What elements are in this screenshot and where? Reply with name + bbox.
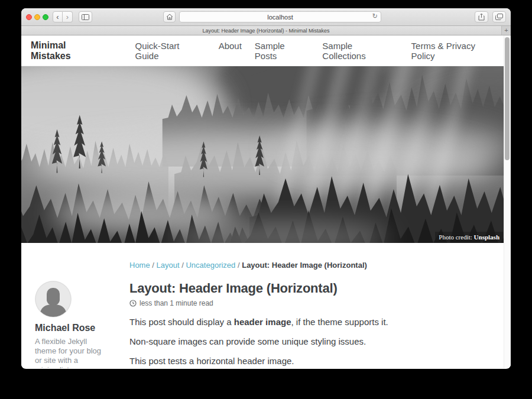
browser-toolbar: ‹ › localhost ↻: [21, 8, 511, 26]
site-nav: Quick-Start Guide About Sample Posts Sam…: [135, 41, 501, 61]
nav-sample-collections[interactable]: Sample Collections: [322, 41, 398, 61]
minimize-window-button[interactable]: [34, 14, 40, 20]
breadcrumb-current: Layout: Header Image (Horizontal): [242, 261, 367, 270]
author-avatar: [35, 281, 72, 317]
paragraph-2: Non-square images can provide some uniqu…: [129, 336, 499, 348]
browser-window: ‹ › localhost ↻ Layout: Header Image (Ho…: [21, 8, 511, 369]
photo-credit: Photo credit: Unsplash: [435, 232, 503, 243]
foggy-forest-image: [21, 66, 511, 243]
active-tab[interactable]: Layout: Header Image (Horizontal) - Mini…: [202, 28, 329, 34]
web-content: Minimal Mistakes Quick-Start Guide About…: [21, 35, 511, 368]
nav-terms-privacy[interactable]: Terms & Privacy Policy: [411, 41, 501, 61]
back-icon: ‹: [56, 13, 59, 21]
breadcrumb-layout[interactable]: Layout: [157, 261, 180, 270]
history-nav-group: ‹ ›: [53, 11, 73, 22]
post-body: This post should display a header image,…: [129, 316, 499, 367]
paragraph-3: This post tests a horizontal header imag…: [129, 355, 499, 367]
breadcrumb-separator: /: [152, 261, 154, 270]
share-icon: [478, 13, 485, 21]
breadcrumb-separator: /: [238, 261, 240, 270]
scrollbar-track[interactable]: [504, 35, 511, 368]
forward-icon: ›: [66, 13, 69, 21]
home-icon: [166, 14, 173, 20]
back-button[interactable]: ‹: [53, 11, 63, 22]
page-body: Home / Layout / Uncategorized / Layout: …: [21, 243, 511, 368]
photo-credit-label: Photo credit:: [439, 233, 473, 241]
site-title-link[interactable]: Minimal Mistakes: [31, 40, 109, 61]
breadcrumb-uncategorized[interactable]: Uncategorized: [186, 261, 235, 270]
author-sidebar: Michael Rose A flexible Jekyll theme for…: [35, 281, 129, 368]
breadcrumb-separator: /: [181, 261, 184, 270]
scrollbar-thumb[interactable]: [505, 37, 510, 160]
address-bar[interactable]: localhost ↻: [179, 11, 381, 22]
new-tab-button[interactable]: +: [501, 26, 511, 35]
breadcrumb: Home / Layout / Uncategorized / Layout: …: [129, 261, 499, 270]
bold-text: header image: [234, 317, 291, 327]
reload-button[interactable]: ↻: [372, 12, 378, 20]
breadcrumb-home[interactable]: Home: [129, 261, 150, 270]
share-button[interactable]: [475, 11, 488, 22]
close-window-button[interactable]: [26, 14, 32, 20]
url-text: localhost: [267, 14, 293, 21]
sidebar-icon: [82, 14, 89, 20]
nav-about[interactable]: About: [219, 41, 242, 61]
reload-icon: ↻: [372, 12, 378, 20]
photo-credit-link[interactable]: Unsplash: [474, 233, 499, 241]
tabs-icon: [495, 14, 503, 20]
author-name: Michael Rose: [35, 323, 129, 333]
zoom-window-button[interactable]: [43, 14, 48, 20]
header-image: Photo credit: Unsplash: [21, 66, 511, 243]
post-title: Layout: Header Image (Horizontal): [129, 281, 499, 296]
nav-sample-posts[interactable]: Sample Posts: [255, 41, 309, 61]
home-button[interactable]: [163, 11, 176, 22]
nav-quick-start-guide[interactable]: Quick-Start Guide: [135, 41, 206, 61]
author-bio: A flexible Jekyll theme for your blog or…: [35, 337, 103, 368]
post-meta: less than 1 minute read: [129, 299, 499, 307]
forward-button[interactable]: ›: [63, 11, 73, 22]
tab-bar: Layout: Header Image (Horizontal) - Mini…: [21, 26, 511, 35]
clock-icon: [129, 300, 137, 307]
read-time: less than 1 minute read: [140, 299, 213, 307]
show-tabs-button[interactable]: [492, 11, 506, 22]
paragraph-1: This post should display a header image,…: [129, 316, 499, 328]
sidebar-toggle-button[interactable]: [79, 11, 92, 22]
post-article: Layout: Header Image (Horizontal) less t…: [129, 281, 499, 368]
traffic-lights: [26, 14, 48, 20]
site-masthead: Minimal Mistakes Quick-Start Guide About…: [21, 35, 511, 66]
